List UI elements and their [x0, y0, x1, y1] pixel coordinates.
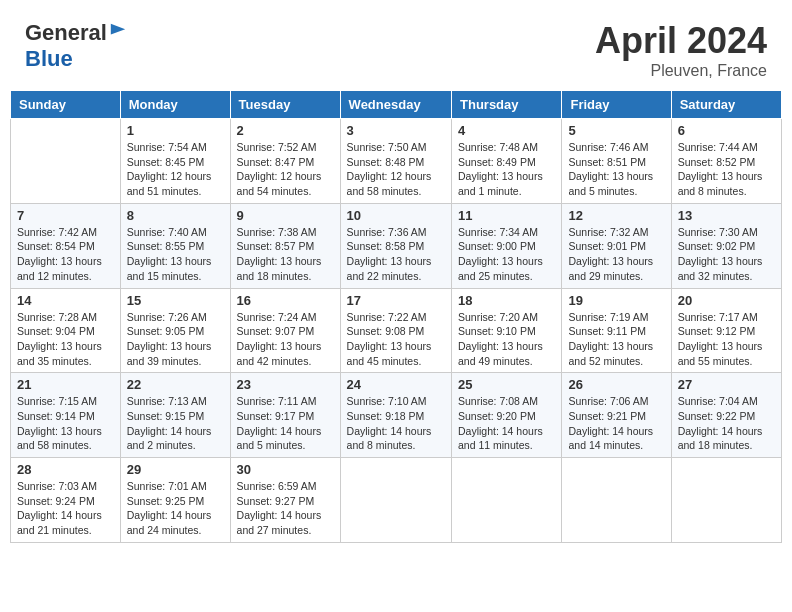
month-year-title: April 2024: [595, 20, 767, 62]
calendar-day-cell: 15Sunrise: 7:26 AM Sunset: 9:05 PM Dayli…: [120, 288, 230, 373]
location-subtitle: Pleuven, France: [595, 62, 767, 80]
day-info: Sunrise: 7:11 AM Sunset: 9:17 PM Dayligh…: [237, 394, 334, 453]
calendar-day-cell: 22Sunrise: 7:13 AM Sunset: 9:15 PM Dayli…: [120, 373, 230, 458]
calendar-day-cell: 17Sunrise: 7:22 AM Sunset: 9:08 PM Dayli…: [340, 288, 451, 373]
day-number: 11: [458, 208, 555, 223]
calendar-day-cell: [671, 458, 781, 543]
day-info: Sunrise: 7:06 AM Sunset: 9:21 PM Dayligh…: [568, 394, 664, 453]
day-info: Sunrise: 7:03 AM Sunset: 9:24 PM Dayligh…: [17, 479, 114, 538]
day-info: Sunrise: 7:44 AM Sunset: 8:52 PM Dayligh…: [678, 140, 775, 199]
day-info: Sunrise: 7:26 AM Sunset: 9:05 PM Dayligh…: [127, 310, 224, 369]
calendar-header-saturday: Saturday: [671, 91, 781, 119]
calendar-day-cell: 1Sunrise: 7:54 AM Sunset: 8:45 PM Daylig…: [120, 119, 230, 204]
calendar-day-cell: 11Sunrise: 7:34 AM Sunset: 9:00 PM Dayli…: [452, 203, 562, 288]
day-info: Sunrise: 7:48 AM Sunset: 8:49 PM Dayligh…: [458, 140, 555, 199]
day-info: Sunrise: 7:40 AM Sunset: 8:55 PM Dayligh…: [127, 225, 224, 284]
day-info: Sunrise: 7:08 AM Sunset: 9:20 PM Dayligh…: [458, 394, 555, 453]
calendar-header-monday: Monday: [120, 91, 230, 119]
day-number: 8: [127, 208, 224, 223]
calendar-body: 1Sunrise: 7:54 AM Sunset: 8:45 PM Daylig…: [11, 119, 782, 543]
day-number: 27: [678, 377, 775, 392]
day-info: Sunrise: 7:17 AM Sunset: 9:12 PM Dayligh…: [678, 310, 775, 369]
day-info: Sunrise: 7:24 AM Sunset: 9:07 PM Dayligh…: [237, 310, 334, 369]
day-number: 7: [17, 208, 114, 223]
day-info: Sunrise: 7:28 AM Sunset: 9:04 PM Dayligh…: [17, 310, 114, 369]
day-number: 5: [568, 123, 664, 138]
day-number: 9: [237, 208, 334, 223]
day-number: 10: [347, 208, 445, 223]
calendar-header-row: SundayMondayTuesdayWednesdayThursdayFrid…: [11, 91, 782, 119]
calendar-day-cell: 29Sunrise: 7:01 AM Sunset: 9:25 PM Dayli…: [120, 458, 230, 543]
calendar-day-cell: 6Sunrise: 7:44 AM Sunset: 8:52 PM Daylig…: [671, 119, 781, 204]
calendar-day-cell: 26Sunrise: 7:06 AM Sunset: 9:21 PM Dayli…: [562, 373, 671, 458]
calendar-day-cell: 3Sunrise: 7:50 AM Sunset: 8:48 PM Daylig…: [340, 119, 451, 204]
day-info: Sunrise: 7:42 AM Sunset: 8:54 PM Dayligh…: [17, 225, 114, 284]
day-number: 6: [678, 123, 775, 138]
calendar-day-cell: 28Sunrise: 7:03 AM Sunset: 9:24 PM Dayli…: [11, 458, 121, 543]
calendar-header-tuesday: Tuesday: [230, 91, 340, 119]
day-number: 26: [568, 377, 664, 392]
calendar-day-cell: 25Sunrise: 7:08 AM Sunset: 9:20 PM Dayli…: [452, 373, 562, 458]
calendar-week-row: 28Sunrise: 7:03 AM Sunset: 9:24 PM Dayli…: [11, 458, 782, 543]
day-number: 16: [237, 293, 334, 308]
logo-flag-icon: [109, 22, 127, 40]
day-info: Sunrise: 7:01 AM Sunset: 9:25 PM Dayligh…: [127, 479, 224, 538]
calendar-week-row: 1Sunrise: 7:54 AM Sunset: 8:45 PM Daylig…: [11, 119, 782, 204]
day-info: Sunrise: 7:19 AM Sunset: 9:11 PM Dayligh…: [568, 310, 664, 369]
day-info: Sunrise: 7:30 AM Sunset: 9:02 PM Dayligh…: [678, 225, 775, 284]
calendar-day-cell: 30Sunrise: 6:59 AM Sunset: 9:27 PM Dayli…: [230, 458, 340, 543]
calendar-day-cell: 19Sunrise: 7:19 AM Sunset: 9:11 PM Dayli…: [562, 288, 671, 373]
day-info: Sunrise: 7:10 AM Sunset: 9:18 PM Dayligh…: [347, 394, 445, 453]
calendar-header-friday: Friday: [562, 91, 671, 119]
calendar-day-cell: 20Sunrise: 7:17 AM Sunset: 9:12 PM Dayli…: [671, 288, 781, 373]
title-block: April 2024 Pleuven, France: [595, 20, 767, 80]
calendar-header-thursday: Thursday: [452, 91, 562, 119]
day-number: 20: [678, 293, 775, 308]
day-number: 22: [127, 377, 224, 392]
day-number: 23: [237, 377, 334, 392]
calendar-week-row: 7Sunrise: 7:42 AM Sunset: 8:54 PM Daylig…: [11, 203, 782, 288]
day-number: 18: [458, 293, 555, 308]
day-info: Sunrise: 7:36 AM Sunset: 8:58 PM Dayligh…: [347, 225, 445, 284]
day-info: Sunrise: 7:20 AM Sunset: 9:10 PM Dayligh…: [458, 310, 555, 369]
day-number: 14: [17, 293, 114, 308]
day-info: Sunrise: 7:32 AM Sunset: 9:01 PM Dayligh…: [568, 225, 664, 284]
day-info: Sunrise: 7:46 AM Sunset: 8:51 PM Dayligh…: [568, 140, 664, 199]
calendar-day-cell: 2Sunrise: 7:52 AM Sunset: 8:47 PM Daylig…: [230, 119, 340, 204]
day-info: Sunrise: 7:13 AM Sunset: 9:15 PM Dayligh…: [127, 394, 224, 453]
calendar-day-cell: 24Sunrise: 7:10 AM Sunset: 9:18 PM Dayli…: [340, 373, 451, 458]
day-number: 3: [347, 123, 445, 138]
calendar-header-sunday: Sunday: [11, 91, 121, 119]
day-number: 21: [17, 377, 114, 392]
calendar-day-cell: 7Sunrise: 7:42 AM Sunset: 8:54 PM Daylig…: [11, 203, 121, 288]
logo: General Blue: [25, 20, 127, 72]
day-info: Sunrise: 6:59 AM Sunset: 9:27 PM Dayligh…: [237, 479, 334, 538]
day-number: 12: [568, 208, 664, 223]
calendar-day-cell: 5Sunrise: 7:46 AM Sunset: 8:51 PM Daylig…: [562, 119, 671, 204]
day-number: 19: [568, 293, 664, 308]
calendar-day-cell: 18Sunrise: 7:20 AM Sunset: 9:10 PM Dayli…: [452, 288, 562, 373]
day-number: 13: [678, 208, 775, 223]
calendar-day-cell: 27Sunrise: 7:04 AM Sunset: 9:22 PM Dayli…: [671, 373, 781, 458]
day-number: 28: [17, 462, 114, 477]
calendar-week-row: 14Sunrise: 7:28 AM Sunset: 9:04 PM Dayli…: [11, 288, 782, 373]
calendar-table: SundayMondayTuesdayWednesdayThursdayFrid…: [10, 90, 782, 543]
calendar-day-cell: 8Sunrise: 7:40 AM Sunset: 8:55 PM Daylig…: [120, 203, 230, 288]
day-info: Sunrise: 7:54 AM Sunset: 8:45 PM Dayligh…: [127, 140, 224, 199]
day-number: 29: [127, 462, 224, 477]
day-info: Sunrise: 7:04 AM Sunset: 9:22 PM Dayligh…: [678, 394, 775, 453]
calendar-day-cell: [340, 458, 451, 543]
logo-general-text: General Blue: [25, 20, 127, 72]
calendar-day-cell: 10Sunrise: 7:36 AM Sunset: 8:58 PM Dayli…: [340, 203, 451, 288]
day-number: 25: [458, 377, 555, 392]
calendar-day-cell: 9Sunrise: 7:38 AM Sunset: 8:57 PM Daylig…: [230, 203, 340, 288]
calendar-week-row: 21Sunrise: 7:15 AM Sunset: 9:14 PM Dayli…: [11, 373, 782, 458]
calendar-header-wednesday: Wednesday: [340, 91, 451, 119]
calendar-day-cell: [452, 458, 562, 543]
day-info: Sunrise: 7:15 AM Sunset: 9:14 PM Dayligh…: [17, 394, 114, 453]
calendar-day-cell: 12Sunrise: 7:32 AM Sunset: 9:01 PM Dayli…: [562, 203, 671, 288]
day-info: Sunrise: 7:38 AM Sunset: 8:57 PM Dayligh…: [237, 225, 334, 284]
day-number: 4: [458, 123, 555, 138]
day-info: Sunrise: 7:52 AM Sunset: 8:47 PM Dayligh…: [237, 140, 334, 199]
day-number: 15: [127, 293, 224, 308]
